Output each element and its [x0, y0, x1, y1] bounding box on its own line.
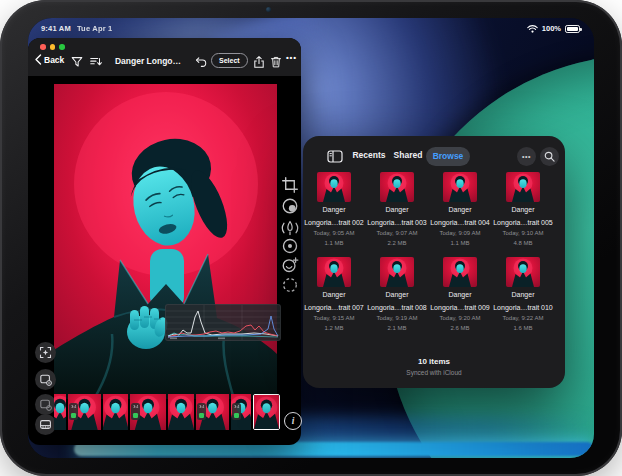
file-name: Longoria…trait 002: [303, 219, 365, 228]
retouch-icon: [281, 256, 299, 274]
filmstrip-thumbnail[interactable]: [103, 394, 128, 430]
filter-button[interactable]: [70, 55, 84, 73]
file-name: Danger: [429, 291, 491, 300]
file-item[interactable]: Danger Longoria…trait 007 Today, 9:15 AM…: [303, 257, 365, 332]
aspect-ratio-badge: 3:4: [197, 403, 206, 420]
file-date: Today, 9:10 AM: [492, 229, 554, 237]
sidebar-icon: [327, 150, 343, 163]
zoom-window-icon[interactable]: [59, 44, 65, 50]
file-item[interactable]: Danger Longoria…trait 009 Today, 9:20 AM…: [429, 257, 491, 332]
ipad-device: 9:41 AM Tue Apr 1 100%: [0, 0, 622, 476]
photomator-window: Back Danger Longo…: [28, 38, 301, 445]
copy-adjustments-button[interactable]: [35, 394, 56, 415]
edited-indicator: [199, 413, 204, 418]
filmstrip-thumbnail[interactable]: [168, 394, 194, 430]
photo-canvas[interactable]: [54, 84, 277, 399]
filmstrip-thumbnail[interactable]: 3:4: [231, 394, 251, 430]
share-button[interactable]: [252, 55, 266, 73]
delete-button[interactable]: [269, 55, 283, 73]
filmstrip-thumbnail-selected[interactable]: [253, 394, 280, 430]
file-thumbnail: [317, 257, 351, 287]
file-thumbnail: [380, 257, 414, 287]
files-search-button[interactable]: [540, 147, 559, 166]
file-name: Longoria…trait 005: [492, 219, 554, 228]
back-button[interactable]: Back: [34, 54, 64, 65]
sort-button[interactable]: [89, 55, 103, 73]
document-title: Danger Longo…: [106, 56, 190, 66]
aspect-ratio-badge: 3:4: [69, 403, 78, 420]
auto-enhance-button[interactable]: [35, 342, 56, 363]
file-size: 2.6 MB: [429, 324, 491, 332]
tab-recents[interactable]: Recents: [351, 150, 387, 160]
file-item[interactable]: Danger Longoria…trait 003 Today, 9:07 AM…: [366, 172, 428, 247]
file-item[interactable]: Danger Longoria…trait 008 Today, 9:19 AM…: [366, 257, 428, 332]
status-date: Tue Apr 1: [77, 24, 113, 33]
file-date: Today, 9:20 AM: [429, 314, 491, 322]
tool-retouch-button[interactable]: [281, 256, 299, 274]
more-button[interactable]: •••: [286, 53, 297, 62]
aspect-ratio-badge: 3:4: [131, 403, 140, 420]
file-size: 1.6 MB: [492, 324, 554, 332]
repair-icon: [281, 219, 299, 237]
screen: 9:41 AM Tue Apr 1 100%: [28, 18, 594, 458]
copy-adjustments-icon: [39, 398, 52, 411]
trash-icon: [269, 55, 283, 69]
file-name: Longoria…trait 009: [429, 304, 491, 313]
files-more-button[interactable]: •••: [517, 147, 536, 166]
tool-repair-button[interactable]: [281, 219, 299, 237]
tool-vignette-button[interactable]: [281, 237, 299, 255]
file-date: Today, 9:09 AM: [429, 229, 491, 237]
file-thumbnail: [443, 257, 477, 287]
adjust-color-icon: [281, 197, 299, 215]
status-bar-right: 100%: [527, 24, 580, 33]
tool-crop-button[interactable]: [281, 176, 299, 194]
file-item[interactable]: Danger Longoria…trait 004 Today, 9:09 AM…: [429, 172, 491, 247]
file-thumbnail: [317, 172, 351, 202]
select-button[interactable]: Select: [211, 53, 248, 68]
sort-descending-icon: [89, 55, 103, 69]
filmstrip-thumbnail[interactable]: [54, 394, 66, 430]
file-item[interactable]: Danger Longoria…trait 002 Today, 9:05 AM…: [303, 172, 365, 247]
photomator-toolbar: Back Danger Longo…: [28, 38, 301, 76]
window-controls[interactable]: [40, 44, 65, 50]
edited-indicator: [71, 413, 76, 418]
tool-adjust-button[interactable]: [281, 197, 299, 215]
file-thumbnail: [506, 257, 540, 287]
vignette-icon: [281, 237, 299, 255]
filmstrip-thumbnail[interactable]: 3:4: [130, 394, 166, 430]
file-thumbnail: [506, 172, 540, 202]
file-date: Today, 9:22 AM: [492, 314, 554, 322]
close-window-icon[interactable]: [40, 44, 46, 50]
front-camera-icon: [266, 7, 271, 12]
files-footer: 10 items Synced with iCloud: [303, 357, 565, 376]
filmstrip: 3:4 3:4: [54, 394, 285, 430]
filmstrip-thumbnail[interactable]: 3:4: [68, 394, 101, 430]
file-name: Danger: [303, 206, 365, 215]
battery-icon: [565, 25, 580, 33]
back-label: Back: [44, 55, 64, 65]
filmstrip-toggle-button[interactable]: [35, 414, 56, 435]
tab-browse[interactable]: Browse: [426, 147, 470, 166]
auto-enhance-icon: [39, 346, 52, 359]
undo-button[interactable]: [194, 55, 208, 73]
file-name: Longoria…trait 007: [303, 304, 365, 313]
file-size: 1.1 MB: [429, 239, 491, 247]
file-name: Danger: [492, 206, 554, 215]
file-size: 1.1 MB: [303, 239, 365, 247]
file-item[interactable]: Danger Longoria…trait 010 Today, 9:22 AM…: [492, 257, 554, 332]
info-button[interactable]: i: [284, 412, 302, 430]
file-size: 1.2 MB: [303, 324, 365, 332]
filmstrip-thumbnail[interactable]: 3:4: [196, 394, 229, 430]
minimize-window-icon[interactable]: [50, 44, 56, 50]
file-size: 4.8 MB: [492, 239, 554, 247]
tab-shared[interactable]: Shared: [390, 150, 426, 160]
wifi-icon: [527, 25, 538, 33]
file-name: Danger: [492, 291, 554, 300]
sidebar-toggle-button[interactable]: [327, 149, 343, 167]
file-date: Today, 9:05 AM: [303, 229, 365, 237]
tool-selection-button[interactable]: [281, 276, 299, 294]
file-name: Danger: [303, 291, 365, 300]
export-settings-button[interactable]: [35, 369, 56, 390]
sync-status: Synced with iCloud: [303, 369, 565, 376]
file-item[interactable]: Danger Longoria…trait 005 Today, 9:10 AM…: [492, 172, 554, 247]
